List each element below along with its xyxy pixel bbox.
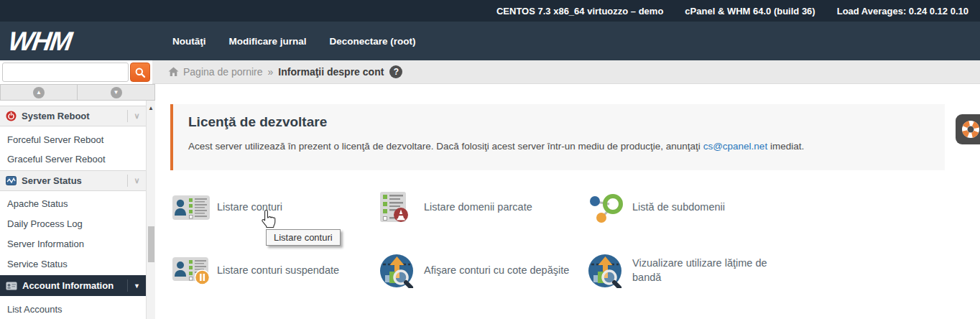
sidebar-item-label: Service Status xyxy=(7,259,68,269)
feature-overquota-accounts[interactable]: Afişare conturi cu cote depăşite xyxy=(379,254,576,288)
sidebar-item-label: Forceful Server Reboot xyxy=(7,134,103,145)
feature-label: Vizualizare utilizare lăţime de bandă xyxy=(632,256,785,285)
search-breadcrumb-row: Pagina de pornire » Informaţii despre co… xyxy=(0,60,980,84)
scrollbar-thumb[interactable] xyxy=(148,226,154,262)
tooltip: Listare conturi xyxy=(266,229,341,246)
feature-label: Listare conturi suspendate xyxy=(217,264,369,278)
sidebar-item-label: Daily Process Log xyxy=(7,218,83,229)
feature-subdomains[interactable]: Listă de subdomenii xyxy=(588,190,785,225)
sidebar-item-list-accounts[interactable]: List Accounts xyxy=(0,300,146,319)
breadcrumb-current: Informaţii despre cont xyxy=(278,66,384,78)
load-averages: Load Averages: 0.24 0.12 0.10 xyxy=(837,6,969,17)
sidebar-item-label: Graceful Server Reboot xyxy=(7,154,106,165)
sidebar-item-label: List Accounts xyxy=(7,304,63,315)
chevron-down-icon[interactable]: ∨ xyxy=(127,175,146,187)
suspended-accounts-icon xyxy=(172,256,217,286)
search-icon xyxy=(134,67,146,78)
sidebar-menu: System Reboot ∨ Forceful Server Reboot G… xyxy=(0,101,146,319)
navbar: WHM Noutăţi Modificare jurnal Deconectar… xyxy=(0,22,980,60)
breadcrumb-separator: » xyxy=(268,66,274,78)
scrollbar-up-icon[interactable]: ▲ xyxy=(147,101,155,111)
sidebar: ▲ ▼ System Reboot ∨ Forceful Server Rebo… xyxy=(0,84,155,319)
sidebar-scroll-buttons: ▲ ▼ xyxy=(0,84,155,101)
sidebar-item-daily-process-log[interactable]: Daily Process Log xyxy=(0,214,146,234)
main-content: Licenţă de dezvoltare Acest server utili… xyxy=(155,84,980,319)
license-text-before: Acest server utilizează în prezent o lic… xyxy=(188,141,703,152)
chevron-down-icon[interactable]: ∨ xyxy=(127,110,146,122)
account-list-icon xyxy=(172,195,217,221)
license-text-after: imediat. xyxy=(767,141,804,152)
subdomains-icon xyxy=(588,191,632,224)
feature-label: Listare domenii parcate xyxy=(424,200,576,215)
license-body: Acest server utilizează în prezent o lic… xyxy=(188,141,930,152)
whm-logo[interactable]: WHM xyxy=(6,26,73,57)
sidebar-group-system-reboot[interactable]: System Reboot ∨ xyxy=(0,106,146,126)
license-title: Licenţă de dezvoltare xyxy=(188,114,930,130)
search-input[interactable] xyxy=(2,63,129,82)
arrow-up-icon: ▲ xyxy=(33,87,45,98)
version-info: cPanel & WHM 64.0 (build 36) xyxy=(685,6,815,17)
scroll-up-button[interactable]: ▲ xyxy=(0,84,78,101)
sidebar-group-label: System Reboot xyxy=(22,111,127,121)
sidebar-item-service-status[interactable]: Service Status xyxy=(0,254,146,274)
nav-link-changelog[interactable]: Modificare jurnal xyxy=(229,36,307,47)
nav-links: Noutăţi Modificare jurnal Deconectare (r… xyxy=(172,22,439,60)
feature-label: Afişare conturi cu cote depăşite xyxy=(424,264,576,278)
overquota-accounts-icon xyxy=(379,254,424,288)
home-icon xyxy=(168,67,179,77)
id-card-icon xyxy=(6,282,17,290)
license-notice-panel: Licenţă de dezvoltare Acest server utili… xyxy=(170,104,945,170)
sidebar-item-forceful-reboot[interactable]: Forceful Server Reboot xyxy=(0,130,146,149)
breadcrumb-home[interactable]: Pagina de pornire xyxy=(183,66,263,78)
help-icon[interactable]: ? xyxy=(389,65,402,78)
sidebar-item-label: Server Information xyxy=(7,239,84,249)
sidebar-scrollbar[interactable]: ▲ xyxy=(146,101,155,319)
whm-app: CENTOS 7.3 x86_64 virtuozzo – demo cPane… xyxy=(0,0,980,319)
support-button[interactable] xyxy=(956,114,980,144)
sidebar-group-label: Server Status xyxy=(22,175,127,186)
feature-suspended-accounts[interactable]: Listare conturi suspendate xyxy=(172,254,369,288)
feature-bandwidth-usage[interactable]: Vizualizare utilizare lăţime de bandă xyxy=(588,254,785,288)
sidebar-group-account-information[interactable]: Account Information ▼ xyxy=(0,275,146,296)
sidebar-item-graceful-reboot[interactable]: Graceful Server Reboot xyxy=(0,149,146,169)
sidebar-group-server-status[interactable]: Server Status ∨ xyxy=(0,170,146,191)
breadcrumb: Pagina de pornire » Informaţii despre co… xyxy=(152,60,980,84)
sidebar-group-label: Account Information xyxy=(22,280,127,291)
power-icon xyxy=(6,111,17,121)
chevron-down-icon[interactable]: ▼ xyxy=(127,279,146,292)
arrow-down-icon: ▼ xyxy=(111,87,122,98)
feature-label: Listă de subdomenii xyxy=(632,200,785,215)
bandwidth-usage-icon xyxy=(588,254,632,288)
search-zone xyxy=(0,60,152,84)
scroll-down-button[interactable]: ▼ xyxy=(78,84,155,101)
sidebar-item-apache-status[interactable]: Apache Status xyxy=(0,194,146,213)
feature-list-accounts[interactable]: Listare conturi xyxy=(172,190,369,225)
chart-icon xyxy=(6,176,17,185)
status-bar: CENTOS 7.3 x86_64 virtuozzo – demo cPane… xyxy=(0,0,980,22)
feature-label: Listare conturi xyxy=(217,200,369,215)
sidebar-item-server-information[interactable]: Server Information xyxy=(0,234,146,254)
search-button[interactable] xyxy=(130,63,150,82)
nav-link-logout[interactable]: Deconectare (root) xyxy=(330,36,416,47)
sidebar-item-label: Apache Status xyxy=(7,198,68,209)
feature-parked-domains[interactable]: Listare domenii parcate xyxy=(379,190,576,225)
nav-link-news[interactable]: Noutăţi xyxy=(172,36,206,47)
system-info: CENTOS 7.3 x86_64 virtuozzo – demo xyxy=(496,6,663,17)
cpanel-email-link[interactable]: cs@cpanel.net xyxy=(703,141,768,152)
parked-domains-icon xyxy=(379,191,424,224)
lifebuoy-icon xyxy=(961,119,980,139)
